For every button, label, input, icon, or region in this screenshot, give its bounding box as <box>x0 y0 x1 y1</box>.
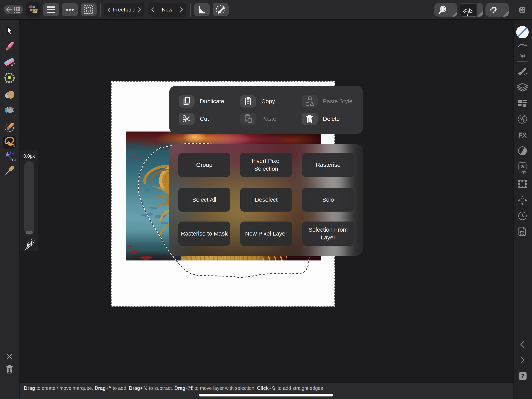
svg-text:FX: FX <box>518 131 527 139</box>
svg-text:0pt: 0pt <box>520 54 525 58</box>
svg-text:12pt: 12pt <box>519 170 526 174</box>
svg-text:?: ? <box>521 373 524 379</box>
svg-text:a: a <box>521 163 524 169</box>
